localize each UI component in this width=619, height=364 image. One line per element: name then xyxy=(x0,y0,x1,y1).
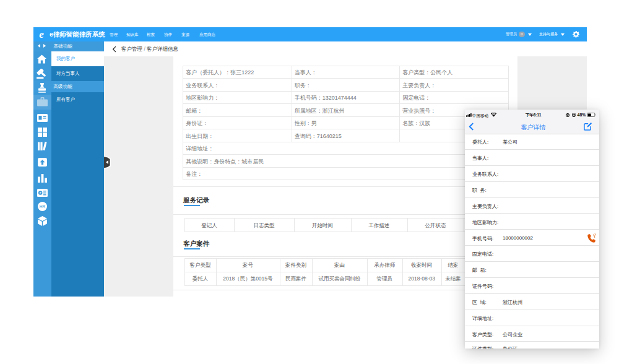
svg-text:HR: HR xyxy=(40,204,46,209)
